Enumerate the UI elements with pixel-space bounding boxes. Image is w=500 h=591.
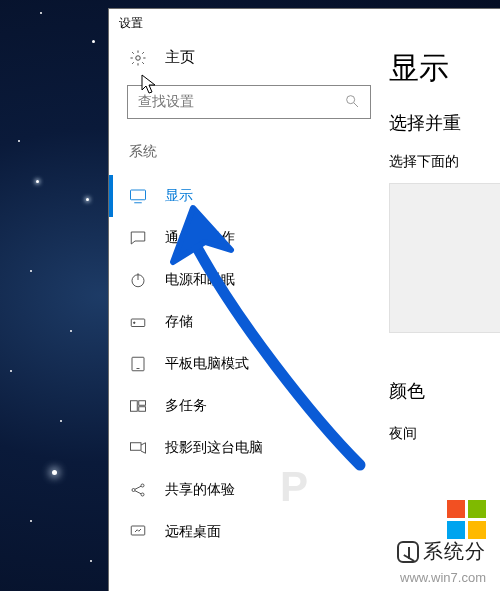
sidebar-item-label: 投影到这台电脑 (165, 439, 263, 457)
storage-icon (129, 313, 147, 331)
brand-glyph-icon (397, 541, 419, 563)
section-heading: 选择并重 (389, 111, 500, 135)
sidebar-item-label: 存储 (165, 313, 193, 331)
sidebar-item-label: 电源和睡眠 (165, 271, 235, 289)
section-description: 选择下面的 (389, 153, 500, 171)
multitask-icon (129, 397, 147, 415)
sidebar-item-display[interactable]: 显示 (109, 175, 389, 217)
svg-rect-12 (139, 401, 146, 406)
section-label: 夜间 (389, 425, 500, 443)
project-icon (129, 439, 147, 457)
sidebar-item-label: 显示 (165, 187, 193, 205)
sidebar: 主页 查找设置 系统 显示 (109, 46, 389, 591)
sidebar-item-remote[interactable]: 远程桌面 (109, 511, 389, 553)
svg-rect-13 (139, 407, 146, 412)
window-title: 设置 (109, 9, 500, 46)
display-arrangement-box[interactable] (389, 183, 500, 333)
sidebar-item-notifications[interactable]: 通知和操作 (109, 217, 389, 259)
sidebar-item-label: 共享的体验 (165, 481, 235, 499)
sidebar-group-label: 系统 (109, 143, 389, 175)
sidebar-item-power[interactable]: 电源和睡眠 (109, 259, 389, 301)
search-input[interactable]: 查找设置 (127, 85, 371, 119)
tablet-icon (129, 355, 147, 373)
svg-line-18 (135, 486, 141, 489)
page-title: 显示 (389, 48, 500, 89)
svg-rect-14 (131, 443, 142, 451)
section-heading: 颜色 (389, 379, 500, 403)
svg-point-0 (136, 55, 141, 60)
windows-logo-icon (447, 500, 486, 539)
sidebar-item-label: 平板电脑模式 (165, 355, 249, 373)
sidebar-item-storage[interactable]: 存储 (109, 301, 389, 343)
sidebar-item-shared[interactable]: 共享的体验 (109, 469, 389, 511)
watermark-letter: P (280, 463, 308, 511)
sidebar-item-label: 多任务 (165, 397, 207, 415)
svg-point-1 (347, 95, 355, 103)
message-icon (129, 229, 147, 247)
remote-icon (129, 523, 147, 541)
svg-rect-3 (131, 190, 146, 200)
monitor-icon (129, 187, 147, 205)
svg-rect-11 (131, 401, 138, 412)
share-icon (129, 481, 147, 499)
svg-line-19 (135, 491, 141, 494)
svg-line-2 (354, 103, 358, 107)
search-placeholder: 查找设置 (138, 93, 194, 111)
sidebar-item-project[interactable]: 投影到这台电脑 (109, 427, 389, 469)
svg-point-17 (141, 493, 144, 496)
svg-point-8 (134, 322, 136, 324)
gear-icon (129, 49, 147, 67)
sidebar-item-multitask[interactable]: 多任务 (109, 385, 389, 427)
svg-point-15 (132, 489, 135, 492)
home-button[interactable]: 主页 (109, 46, 389, 85)
sidebar-item-label: 远程桌面 (165, 523, 221, 541)
sidebar-item-label: 通知和操作 (165, 229, 235, 247)
home-label: 主页 (165, 48, 195, 67)
watermark-brand: 系统分 (397, 538, 486, 565)
watermark-url: www.win7.com (400, 570, 486, 585)
search-icon (344, 93, 360, 112)
power-icon (129, 271, 147, 289)
svg-point-16 (141, 484, 144, 487)
sidebar-item-tablet[interactable]: 平板电脑模式 (109, 343, 389, 385)
